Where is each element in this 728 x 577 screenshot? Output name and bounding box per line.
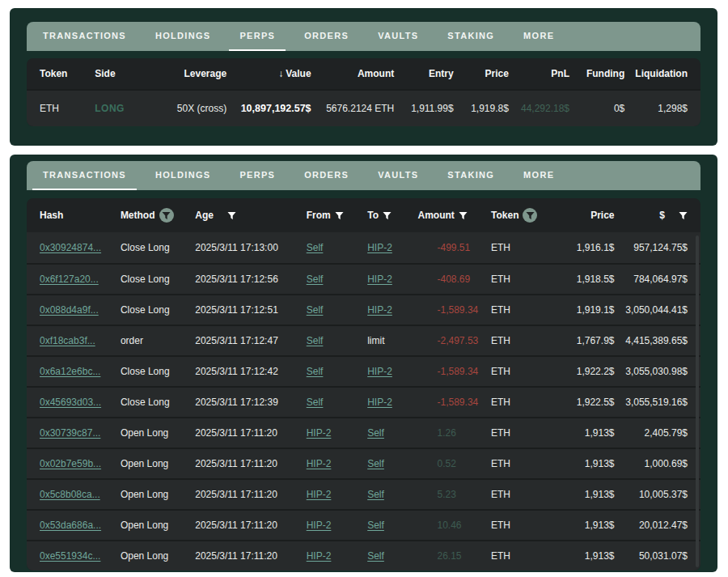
- token-cell: ETH: [40, 103, 88, 114]
- from-cell: HIP-2: [307, 520, 362, 531]
- column-header-to[interactable]: To: [367, 210, 413, 221]
- to-link[interactable]: Self: [367, 427, 384, 439]
- transactions-panel-tab-vaults[interactable]: VAULTS: [367, 161, 429, 190]
- from-link[interactable]: HIP-2: [307, 550, 332, 562]
- from-link[interactable]: Self: [307, 242, 324, 253]
- filter-icon[interactable]: [227, 211, 236, 220]
- from-link[interactable]: HIP-2: [307, 427, 332, 439]
- amount-cell: 0.52: [418, 458, 487, 469]
- perps-panel-tab-transactions[interactable]: TRANSACTIONS: [32, 22, 137, 51]
- age-cell: 2025/3/11 17:12:42: [195, 366, 301, 377]
- from-link[interactable]: Self: [307, 274, 324, 285]
- column-header-token[interactable]: Token: [491, 208, 548, 223]
- amount-cell: 10.46: [418, 520, 487, 531]
- age-cell: 2025/3/11 17:12:51: [195, 304, 301, 316]
- hash-link[interactable]: 0xf18cab3f...: [40, 335, 95, 346]
- liquidation-cell: 1,298$: [631, 103, 688, 114]
- from-cell: HIP-2: [307, 550, 362, 562]
- token-cell: ETH: [491, 489, 548, 500]
- to-link[interactable]: Self: [367, 458, 384, 469]
- method-cell: order: [121, 335, 190, 346]
- hash-link[interactable]: 0x45693d03...: [40, 397, 101, 408]
- price-cell: 1,922.5$: [553, 397, 614, 408]
- to-link[interactable]: HIP-2: [367, 242, 392, 253]
- entry-cell: 1,911.99$: [400, 103, 453, 114]
- sort-descending-icon[interactable]: ↓: [278, 68, 283, 79]
- price-cell: 1,919.8$: [460, 103, 509, 114]
- hash-link[interactable]: 0x02b7e59b...: [40, 458, 101, 469]
- hash-cell: 0xf18cab3f...: [40, 335, 116, 346]
- perps-panel-tab-perps[interactable]: PERPS: [229, 22, 286, 51]
- filter-icon[interactable]: [523, 208, 537, 223]
- from-link[interactable]: HIP-2: [307, 458, 332, 469]
- from-link[interactable]: HIP-2: [307, 489, 332, 500]
- perps-position-row: ETH LONG 50X (cross) 10,897,192.57$ 5676…: [27, 89, 700, 126]
- perps-panel-tab-more[interactable]: MORE: [513, 22, 565, 51]
- to-link[interactable]: HIP-2: [367, 274, 392, 285]
- transactions-panel-tab-staking[interactable]: STAKING: [437, 161, 505, 190]
- to-link[interactable]: HIP-2: [367, 397, 392, 408]
- hash-cell: 0x53da686a...: [40, 520, 116, 531]
- amount-cell: -408.69: [418, 274, 487, 285]
- amount-cell: 26.15: [418, 550, 487, 562]
- to-link[interactable]: HIP-2: [367, 304, 392, 316]
- hash-link[interactable]: 0x6f127a20...: [40, 274, 99, 285]
- hash-link[interactable]: 0x088d4a9f...: [40, 304, 99, 316]
- filter-icon[interactable]: [459, 211, 468, 220]
- column-label: Price: [590, 210, 614, 221]
- hash-link[interactable]: 0x6a12e6bc...: [40, 366, 100, 377]
- hash-link[interactable]: 0x53da686a...: [40, 520, 101, 531]
- column-label: Token: [491, 210, 518, 221]
- from-link[interactable]: Self: [307, 335, 324, 346]
- hash-link[interactable]: 0xe551934c...: [40, 550, 100, 562]
- perps-panel-tab-holdings[interactable]: HOLDINGS: [145, 22, 221, 51]
- method-cell: Close Long: [121, 274, 190, 285]
- perps-panel-tab-vaults[interactable]: VAULTS: [367, 22, 429, 51]
- column-header-from[interactable]: From: [307, 210, 362, 221]
- to-link[interactable]: Self: [367, 550, 384, 562]
- transactions-panel-tab-transactions[interactable]: TRANSACTIONS: [32, 161, 137, 190]
- perps-panel-tab-orders[interactable]: ORDERS: [294, 22, 359, 51]
- column-header-method[interactable]: Method: [121, 208, 190, 223]
- to-cell: HIP-2: [367, 366, 413, 377]
- usd-cell: 3,050,044.41$: [619, 304, 688, 316]
- hash-link[interactable]: 0x30739c87...: [40, 427, 100, 439]
- amount-cell: -2,497.53: [418, 335, 487, 346]
- column-label: $: [659, 210, 665, 221]
- transaction-row: 0x53da686a...Open Long2025/3/11 17:11:20…: [27, 509, 700, 540]
- column-header-age[interactable]: Age: [195, 210, 301, 221]
- to-cell: Self: [367, 427, 413, 439]
- filter-icon[interactable]: [159, 208, 174, 223]
- from-link[interactable]: Self: [307, 304, 324, 316]
- from-cell: HIP-2: [307, 458, 362, 469]
- to-link[interactable]: HIP-2: [367, 366, 392, 377]
- age-cell: 2025/3/11 17:12:56: [195, 274, 301, 285]
- transaction-row: 0x02b7e59b...Open Long2025/3/11 17:11:20…: [27, 448, 700, 478]
- column-label: Age: [195, 210, 214, 221]
- column-label: From: [307, 210, 331, 221]
- age-cell: 2025/3/11 17:11:20: [195, 550, 301, 562]
- transactions-panel-tab-more[interactable]: MORE: [513, 161, 565, 190]
- to-link[interactable]: Self: [367, 489, 384, 500]
- filter-icon[interactable]: [335, 211, 344, 220]
- token-cell: ETH: [491, 458, 548, 469]
- transactions-panel-tab-holdings[interactable]: HOLDINGS: [145, 161, 221, 190]
- usd-cell: 4,415,389.65$: [619, 335, 688, 346]
- hash-link[interactable]: 0x5c8b08ca...: [40, 489, 100, 500]
- transactions-panel-tab-perps[interactable]: PERPS: [229, 161, 286, 190]
- to-link[interactable]: Self: [367, 520, 384, 531]
- from-link[interactable]: HIP-2: [307, 520, 332, 531]
- price-cell: 1,913$: [553, 427, 614, 439]
- column-header-usd[interactable]: $: [619, 210, 688, 221]
- column-header-value[interactable]: ↓Value: [233, 68, 311, 79]
- hash-link[interactable]: 0x30924874...: [40, 242, 101, 253]
- from-link[interactable]: Self: [307, 397, 324, 408]
- filter-icon[interactable]: [679, 211, 688, 220]
- transactions-panel-tab-orders[interactable]: ORDERS: [294, 161, 359, 190]
- column-header-amount[interactable]: Amount: [418, 210, 487, 221]
- filter-icon[interactable]: [383, 211, 392, 220]
- from-link[interactable]: Self: [307, 366, 324, 377]
- method-cell: Open Long: [121, 458, 190, 469]
- vertical-scrollbar[interactable]: [696, 235, 699, 567]
- perps-panel-tab-staking[interactable]: STAKING: [437, 22, 505, 51]
